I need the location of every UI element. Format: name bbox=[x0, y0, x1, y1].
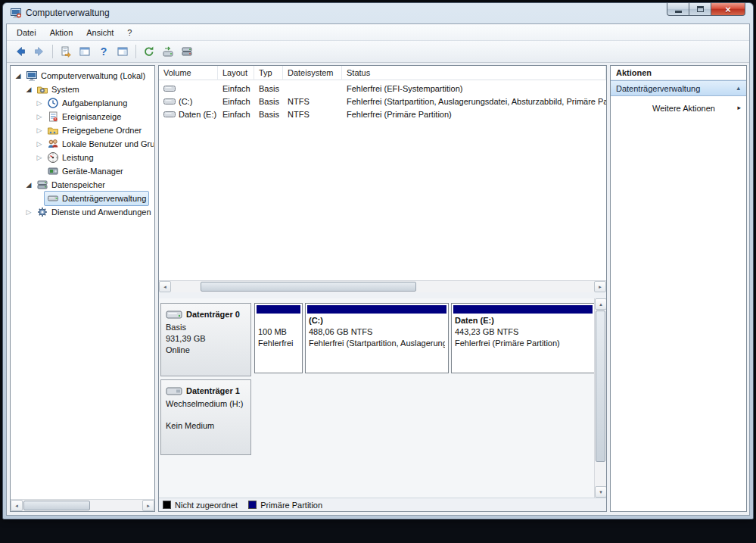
tree-item-geraete-manager[interactable]: Geräte-Manager bbox=[11, 164, 154, 178]
disk-management-view: Volume Layout Typ Dateisystem Status Ein… bbox=[158, 65, 607, 512]
disk-type: Basis bbox=[166, 323, 246, 332]
partition-c[interactable]: (C:) 488,06 GB NTFS Fehlerfrei (Startpar… bbox=[305, 303, 449, 373]
collapse-icon[interactable]: ◢ bbox=[24, 180, 33, 189]
volume-layout: Einfach bbox=[218, 110, 254, 119]
actions-section-datentraegerverwaltung[interactable]: Datenträgerverwaltung ▴ bbox=[611, 80, 746, 96]
actions-pane: Aktionen Datenträgerverwaltung ▴ Weitere… bbox=[610, 65, 747, 512]
help-icon[interactable]: ? bbox=[95, 42, 113, 61]
volume-layout: Einfach bbox=[218, 84, 254, 93]
disk-view-scrollbar-thumb[interactable] bbox=[596, 311, 605, 462]
menu-aktion[interactable]: Aktion bbox=[43, 26, 80, 39]
menu-datei[interactable]: Datei bbox=[10, 26, 43, 39]
partition-efi[interactable]: 100 MB Fehlerfrei bbox=[254, 303, 303, 373]
volume-row-c[interactable]: (C:) Einfach Basis NTFS Fehlerfrei (Star… bbox=[159, 95, 606, 108]
tree-item-label: Leistung bbox=[62, 153, 94, 162]
volume-name: (C:) bbox=[179, 97, 192, 106]
svg-text:?: ? bbox=[101, 45, 107, 58]
tree-item-datentraegerverwaltung[interactable]: Datenträgerverwaltung bbox=[11, 192, 154, 205]
collapse-chevron-icon[interactable]: ▴ bbox=[736, 84, 740, 92]
volume-list-scrollbar-thumb[interactable] bbox=[201, 282, 416, 292]
disk-0-info-box[interactable]: Datenträger 0 Basis 931,39 GB Online bbox=[160, 303, 251, 376]
actions-header: Aktionen bbox=[611, 66, 746, 80]
partition-status: Fehlerfrei (Startpartition, Auslagerungs… bbox=[309, 339, 445, 350]
scroll-right-arrow[interactable]: ▸ bbox=[142, 500, 154, 511]
volume-typ: Basis bbox=[254, 97, 283, 106]
collapse-icon[interactable]: ◢ bbox=[14, 71, 23, 80]
volume-list-horizontal-scrollbar[interactable]: ◂ ▸ bbox=[159, 280, 606, 292]
minimize-icon bbox=[675, 11, 682, 13]
menu-hilfe[interactable]: ? bbox=[120, 26, 138, 39]
refresh-icon[interactable] bbox=[140, 42, 158, 61]
window-title: Computerverwaltung bbox=[26, 8, 110, 18]
tree-item-leistung[interactable]: ▷ Leistung bbox=[11, 151, 154, 164]
tree-item-freigegebene-ordner[interactable]: ▷ Freigegebene Ordner bbox=[11, 123, 154, 137]
disk-size: 931,39 GB bbox=[166, 334, 246, 343]
weitere-aktionen-item[interactable]: Weitere Aktionen ▸ bbox=[611, 100, 746, 116]
expand-icon[interactable]: ▷ bbox=[35, 139, 44, 148]
scroll-up-arrow[interactable]: ▴ bbox=[595, 298, 606, 310]
console-tree-toggle-icon[interactable] bbox=[76, 42, 94, 61]
disk-media-status: Kein Medium bbox=[166, 421, 246, 430]
tree-scrollbar-thumb[interactable] bbox=[23, 501, 90, 510]
pane-splitter[interactable] bbox=[159, 292, 606, 298]
maximize-icon bbox=[697, 6, 704, 12]
forward-button[interactable] bbox=[30, 42, 48, 61]
back-button[interactable] bbox=[11, 42, 30, 61]
menu-ansicht[interactable]: Ansicht bbox=[79, 26, 120, 39]
tree-item-label: Ereignisanzeige bbox=[62, 112, 121, 121]
expand-icon[interactable]: ▷ bbox=[35, 126, 44, 135]
tree-item-computerverwaltung[interactable]: ◢ Computerverwaltung (Lokal) bbox=[11, 69, 154, 83]
scroll-right-arrow[interactable]: ▸ bbox=[594, 281, 606, 292]
system-tools-icon bbox=[36, 83, 48, 95]
disk-view-vertical-scrollbar[interactable]: ▴ ▾ bbox=[594, 298, 606, 498]
rescan-disks-icon[interactable] bbox=[159, 42, 177, 61]
scroll-left-arrow[interactable]: ◂ bbox=[159, 281, 171, 292]
minimize-button[interactable] bbox=[667, 3, 689, 16]
volume-disk-icon bbox=[163, 97, 176, 106]
partition-name: (C:) bbox=[309, 316, 445, 327]
tree-horizontal-scrollbar[interactable]: ◂ ▸ bbox=[11, 499, 154, 511]
tree-item-label: Datenspeicher bbox=[51, 180, 105, 189]
partition-status: Fehlerfrei bbox=[258, 339, 299, 350]
volume-status: Fehlerfrei (Primäre Partition) bbox=[342, 110, 606, 119]
volume-row-daten-e[interactable]: Daten (E:) Einfach Basis NTFS Fehlerfrei… bbox=[159, 108, 606, 120]
collapse-icon[interactable]: ◢ bbox=[24, 85, 33, 94]
export-list-icon[interactable] bbox=[57, 42, 75, 61]
volume-row-efi[interactable]: Einfach Basis Fehlerfrei (EFI-Systempart… bbox=[159, 82, 606, 95]
disk-properties-icon[interactable] bbox=[178, 42, 196, 61]
partition-size: 443,23 GB NTFS bbox=[455, 327, 591, 339]
tree-item-system[interactable]: ◢ System bbox=[11, 83, 154, 96]
column-header-volume[interactable]: Volume bbox=[159, 66, 218, 80]
tree-item-ereignisanzeige[interactable]: ▷ Ereignisanzeige bbox=[11, 110, 154, 123]
close-button[interactable]: × bbox=[711, 3, 745, 16]
partition-name: Daten (E:) bbox=[455, 316, 591, 327]
expand-icon[interactable]: ▷ bbox=[35, 112, 44, 121]
tree-item-dienste[interactable]: ▷ Dienste und Anwendungen bbox=[11, 205, 154, 219]
column-header-typ[interactable]: Typ bbox=[254, 66, 283, 80]
column-header-status[interactable]: Status bbox=[342, 66, 606, 80]
volume-layout: Einfach bbox=[218, 97, 254, 106]
legend-label: Nicht zugeordnet bbox=[175, 501, 238, 510]
expand-icon[interactable]: ▷ bbox=[35, 98, 44, 108]
expand-icon[interactable]: ▷ bbox=[24, 208, 33, 217]
maximize-button[interactable] bbox=[689, 3, 711, 16]
scroll-down-arrow[interactable]: ▾ bbox=[595, 486, 606, 498]
volume-name: Daten (E:) bbox=[179, 110, 216, 119]
tree-item-label: System bbox=[51, 85, 79, 94]
device-manager-icon bbox=[47, 165, 59, 177]
tree-item-aufgabenplanung[interactable]: ▷ Aufgabenplanung bbox=[11, 96, 154, 110]
tree-item-lokale-benutzer[interactable]: ▷ Lokale Benutzer und Gruppen bbox=[11, 137, 154, 151]
column-header-layout[interactable]: Layout bbox=[218, 66, 254, 80]
scroll-left-arrow[interactable]: ◂ bbox=[11, 500, 23, 511]
disk-1-info-box[interactable]: Datenträger 1 Wechselmedium (H:) Kein Me… bbox=[160, 379, 251, 455]
column-header-dateisystem[interactable]: Dateisystem bbox=[283, 66, 342, 80]
disk-drive-icon bbox=[166, 308, 182, 320]
app-icon bbox=[10, 7, 22, 19]
computer-management-icon bbox=[26, 70, 38, 82]
tree-item-datenspeicher[interactable]: ◢ Datenspeicher bbox=[11, 178, 154, 192]
volume-table-header: Volume Layout Typ Dateisystem Status bbox=[159, 66, 606, 80]
partition-daten-e[interactable]: Daten (E:) 443,23 GB NTFS Fehlerfrei (Pr… bbox=[451, 303, 595, 373]
action-pane-toggle-icon[interactable] bbox=[114, 42, 132, 61]
expand-icon[interactable]: ▷ bbox=[35, 153, 44, 162]
title-bar[interactable]: Computerverwaltung × bbox=[3, 3, 753, 23]
